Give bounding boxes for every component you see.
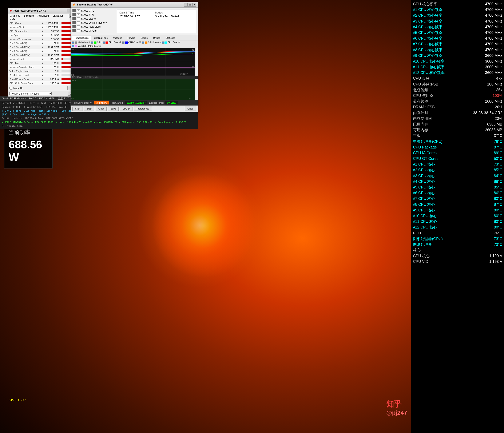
gpuz-menu-validation[interactable]: Validation: [52, 14, 64, 21]
aida-titlebar-left: 🔥 System Stability Test - AIDA64: [72, 3, 113, 6]
aida-close-action-btn[interactable]: Close: [185, 107, 196, 111]
stress-icon: [72, 29, 76, 32]
legend-color-swatch: [145, 42, 147, 44]
gpuz-menu-sensors[interactable]: Sensors: [23, 14, 35, 21]
hwinfo-label: #4 CPU 核心: [413, 179, 435, 184]
hwinfo-label: #10 CPU 核心频率: [413, 59, 445, 64]
stress-checkbox[interactable]: [77, 13, 80, 16]
hwinfo-label: #4 CPU 核心频率: [413, 24, 442, 30]
aida-titlebar: 🔥 System Stability Test - AIDA64 ─ □ ✕: [71, 2, 198, 8]
hwinfo-label: #3 CPU 核心: [413, 173, 435, 179]
hwinfo-row: #5 CPU 核心85°C: [413, 184, 502, 190]
date-time-label: Date & Time: [118, 11, 154, 15]
sensor-arrow: ▼: [40, 25, 45, 29]
sensor-arrow: ▼: [40, 21, 45, 25]
hwinfo-row: #11 CPU 核心频率3600 MHz: [413, 64, 502, 70]
gpuz-minimize-btn[interactable]: ─: [67, 9, 70, 12]
sensor-row: Fan 2 Speed (RPM) ▼ 2295 RPM: [8, 53, 79, 57]
legend-checkbox[interactable]: [162, 42, 164, 44]
aida-clear-btn[interactable]: Clear: [96, 107, 107, 111]
hwinfo-value: 20%: [495, 116, 502, 121]
hwinfo-label: #9 CPU 核心: [413, 208, 435, 213]
aida-tab-temperatures[interactable]: Temperatures: [72, 36, 91, 40]
sensor-value: 2291 RPM: [45, 45, 60, 49]
sensor-name: Memory Clock: [8, 25, 40, 29]
hwinfo-row: #2 CPU 核心85°C: [413, 167, 502, 173]
stress-label: Stress system memory: [81, 21, 107, 24]
sensor-name: Fan 1 Speed (RPM): [8, 45, 40, 49]
gpuz-menu-advanced[interactable]: Advanced: [37, 14, 49, 21]
hwinfo-label: 内存计时: [413, 110, 428, 116]
temperature-chart: 100°C 0°C 84 76 37 10:19:57: [71, 48, 195, 76]
hwinfo-label: #10 CPU 核心: [413, 213, 437, 219]
aida-save-btn[interactable]: Save: [108, 107, 118, 111]
hwinfo-label: CPU 核心频率: [413, 1, 437, 7]
log-checkbox[interactable]: [9, 87, 12, 90]
sensor-arrow: ▼: [40, 41, 45, 45]
hwinfo-value: 36x: [496, 87, 502, 93]
aida-tab-clocks[interactable]: Clocks: [138, 36, 150, 40]
sensor-value: 350.1 W: [45, 77, 60, 81]
legend-checkbox[interactable]: [122, 42, 125, 44]
aida-minimize-btn[interactable]: ─: [184, 3, 188, 7]
svg-marker-21: [71, 79, 195, 100]
aida-tab-unified[interactable]: Unified: [150, 36, 163, 40]
aida-tab-powers[interactable]: Powers: [125, 36, 138, 40]
aida-tab-cooling-fans[interactable]: Cooling Fans: [91, 36, 110, 40]
sensor-arrow: ▼: [40, 57, 45, 61]
log-to-file: Log to file: [9, 87, 23, 90]
sensor-value: 72 %: [45, 49, 60, 53]
gpuz-menu-graphics-card[interactable]: Graphics Card: [9, 14, 21, 21]
hwinfo-value: 3600 MHz: [485, 70, 502, 75]
stress-checkbox[interactable]: [77, 26, 80, 28]
aida-cpuid-btn[interactable]: CPUID: [120, 107, 133, 111]
gpuz-menu: Graphics Card Sensors Advanced Validatio…: [8, 13, 79, 21]
sensor-row: Memory Clock ▼ 1187.7 MHz: [8, 25, 79, 29]
aida-tab-statistics[interactable]: Statistics: [163, 36, 178, 40]
svg-text:10:19:57: 10:19:57: [180, 73, 188, 75]
hwinfo-value: 100%: [493, 93, 502, 98]
hwinfo-label: #3 CPU 核心频率: [413, 19, 442, 24]
svg-text:76: 76: [192, 52, 194, 54]
gpuz-title-icon: ◈: [10, 9, 12, 12]
aida-stop-btn[interactable]: Stop: [84, 107, 94, 111]
legend-color-swatch: [106, 42, 108, 44]
hwinfo-value: 89°C: [494, 150, 502, 156]
hwinfo-row: #1 CPU 核心73°C: [413, 162, 502, 167]
legend-checkbox[interactable]: [91, 42, 93, 44]
aida-maximize-btn[interactable]: □: [188, 3, 192, 7]
hwinfo-value: 83°C: [494, 196, 502, 201]
stress-checkbox[interactable]: [77, 21, 80, 24]
hwinfo-value: 73°C: [494, 242, 502, 247]
sensor-arrow: ▼: [40, 65, 45, 69]
watermark-main: 知乎: [386, 399, 407, 409]
hwinfo-label: 主板: [413, 133, 421, 138]
aida-close-btn[interactable]: ✕: [192, 3, 196, 7]
hwinfo-label: #7 CPU 核心: [413, 196, 435, 201]
stress-checkbox[interactable]: [77, 9, 80, 12]
sensor-row: Fan 1 Speed (%) ▼ 72 %: [8, 41, 79, 45]
hwinfo-label: CPU GT Cores: [413, 156, 439, 161]
legend-checkbox[interactable]: [72, 42, 74, 44]
gpuz-gpu-selector[interactable]: NVIDIA GeForce RTX 3080: [9, 92, 52, 95]
legend-checkbox[interactable]: [103, 42, 105, 44]
hwinfo-panel: CPU 核心频率4700 MHz#1 CPU 核心频率4700 MHz#2 CP…: [411, 0, 504, 433]
aida-stress-options: Stress CPU Stress FPU Stress cache Stres…: [72, 9, 115, 33]
stress-checkbox[interactable]: [77, 18, 80, 20]
aida-tab-voltages[interactable]: Voltages: [110, 36, 125, 40]
cpu-usage-chart: 100% 0% 0%: [71, 79, 195, 100]
legend-checkbox[interactable]: [142, 42, 144, 44]
legend-label: Motherboard: [78, 41, 90, 44]
gpuz-titlebar: ◈ TechPowerUp GPU-Z 2.47.0 ─ □ ✕: [8, 8, 79, 13]
hwinfo-value: 47x: [496, 76, 502, 81]
aida-preferences-btn[interactable]: Preferences: [134, 107, 152, 111]
aida-start-btn[interactable]: Start: [72, 107, 83, 111]
hwinfo-label: #12 CPU 核心频率: [413, 70, 445, 75]
hwinfo-row: #6 CPU 核心86°C: [413, 190, 502, 196]
stress-label: Stress local disks: [81, 25, 101, 28]
hwinfo-label: #8 CPU 核心频率: [413, 47, 442, 53]
stress-checkbox[interactable]: [77, 29, 80, 32]
legend-checkbox[interactable]: [72, 45, 74, 47]
hwinfo-label: 图形处理器: [413, 242, 432, 247]
hwinfo-label: #1 CPU 核心: [413, 162, 435, 167]
